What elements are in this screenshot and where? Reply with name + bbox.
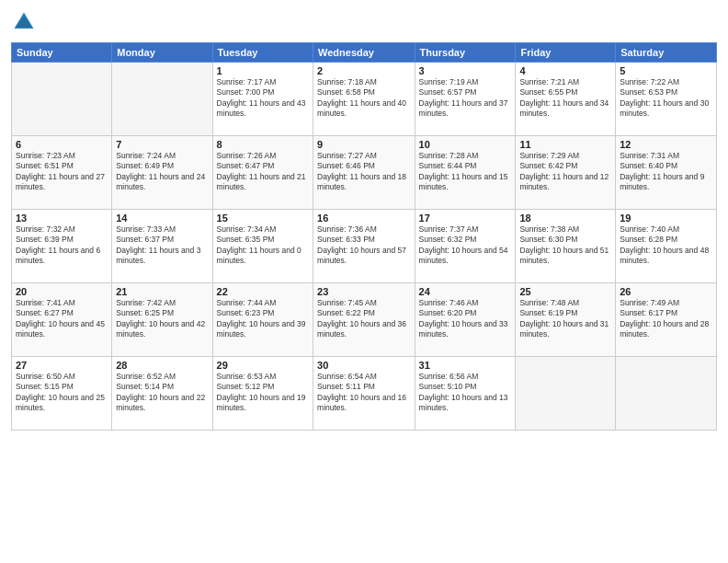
day-number: 21 [116, 286, 208, 297]
day-detail: Sunrise: 7:42 AMSunset: 6:25 PMDaylight:… [116, 298, 208, 340]
weekday-header: Monday [112, 43, 212, 63]
weekday-header: Tuesday [212, 43, 313, 63]
day-number: 16 [317, 213, 411, 224]
header [11, 9, 717, 35]
day-number: 11 [519, 139, 611, 150]
day-number: 30 [317, 360, 411, 371]
logo-icon [11, 9, 37, 35]
day-number: 24 [419, 286, 512, 297]
weekday-header: Wednesday [313, 43, 415, 63]
calendar-cell: 20Sunrise: 7:41 AMSunset: 6:27 PMDayligh… [12, 283, 112, 357]
calendar-table: SundayMondayTuesdayWednesdayThursdayFrid… [11, 42, 717, 431]
calendar-week-row: 1Sunrise: 7:17 AMSunset: 7:00 PMDaylight… [12, 63, 717, 136]
calendar-cell: 6Sunrise: 7:23 AMSunset: 6:51 PMDaylight… [12, 136, 112, 210]
calendar-cell: 13Sunrise: 7:32 AMSunset: 6:39 PMDayligh… [12, 210, 112, 283]
day-number: 2 [317, 65, 411, 76]
day-number: 20 [16, 286, 108, 297]
calendar-cell: 7Sunrise: 7:24 AMSunset: 6:49 PMDaylight… [112, 136, 212, 210]
calendar-cell: 11Sunrise: 7:29 AMSunset: 6:42 PMDayligh… [516, 136, 616, 210]
calendar-cell: 5Sunrise: 7:22 AMSunset: 6:53 PMDaylight… [616, 63, 717, 136]
day-number: 18 [519, 213, 611, 224]
day-number: 27 [16, 360, 108, 371]
day-number: 3 [419, 65, 512, 76]
day-detail: Sunrise: 6:56 AMSunset: 5:10 PMDaylight:… [419, 372, 512, 414]
day-number: 19 [620, 213, 712, 224]
day-number: 6 [16, 139, 108, 150]
day-number: 23 [317, 286, 411, 297]
day-detail: Sunrise: 7:19 AMSunset: 6:57 PMDaylight:… [419, 77, 512, 120]
calendar-cell: 28Sunrise: 6:52 AMSunset: 5:14 PMDayligh… [112, 357, 212, 431]
calendar-cell: 9Sunrise: 7:27 AMSunset: 6:46 PMDaylight… [313, 136, 415, 210]
day-number: 12 [620, 139, 712, 150]
calendar-cell: 21Sunrise: 7:42 AMSunset: 6:25 PMDayligh… [112, 283, 212, 357]
day-detail: Sunrise: 7:31 AMSunset: 6:40 PMDaylight:… [620, 151, 712, 193]
calendar-cell: 25Sunrise: 7:48 AMSunset: 6:19 PMDayligh… [516, 283, 616, 357]
day-detail: Sunrise: 7:18 AMSunset: 6:58 PMDaylight:… [317, 77, 411, 120]
calendar-cell [516, 357, 616, 431]
logo [11, 9, 40, 35]
calendar-cell: 27Sunrise: 6:50 AMSunset: 5:15 PMDayligh… [12, 357, 112, 431]
calendar-cell: 2Sunrise: 7:18 AMSunset: 6:58 PMDaylight… [313, 63, 415, 136]
calendar-cell [12, 63, 112, 136]
day-number: 13 [16, 213, 108, 224]
calendar-week-row: 6Sunrise: 7:23 AMSunset: 6:51 PMDaylight… [12, 136, 717, 210]
day-detail: Sunrise: 7:41 AMSunset: 6:27 PMDaylight:… [16, 298, 108, 340]
calendar-cell: 18Sunrise: 7:38 AMSunset: 6:30 PMDayligh… [516, 210, 616, 283]
day-number: 17 [419, 213, 512, 224]
day-number: 22 [217, 286, 309, 297]
day-detail: Sunrise: 7:29 AMSunset: 6:42 PMDaylight:… [519, 151, 611, 193]
calendar-cell: 10Sunrise: 7:28 AMSunset: 6:44 PMDayligh… [415, 136, 516, 210]
calendar-header-row: SundayMondayTuesdayWednesdayThursdayFrid… [12, 43, 717, 63]
calendar-cell: 8Sunrise: 7:26 AMSunset: 6:47 PMDaylight… [212, 136, 313, 210]
calendar-cell [112, 63, 212, 136]
calendar-cell: 12Sunrise: 7:31 AMSunset: 6:40 PMDayligh… [616, 136, 717, 210]
day-detail: Sunrise: 7:38 AMSunset: 6:30 PMDaylight:… [519, 224, 611, 267]
calendar-cell: 24Sunrise: 7:46 AMSunset: 6:20 PMDayligh… [415, 283, 516, 357]
day-number: 31 [419, 360, 512, 371]
day-number: 29 [217, 360, 309, 371]
page-container: SundayMondayTuesdayWednesdayThursdayFrid… [0, 0, 728, 440]
day-detail: Sunrise: 7:45 AMSunset: 6:22 PMDaylight:… [317, 298, 411, 340]
day-number: 28 [116, 360, 208, 371]
day-number: 5 [620, 65, 712, 76]
day-detail: Sunrise: 7:32 AMSunset: 6:39 PMDaylight:… [16, 224, 108, 267]
day-detail: Sunrise: 6:52 AMSunset: 5:14 PMDaylight:… [116, 372, 208, 414]
calendar-cell: 14Sunrise: 7:33 AMSunset: 6:37 PMDayligh… [112, 210, 212, 283]
weekday-header: Thursday [415, 43, 516, 63]
calendar-cell [616, 357, 717, 431]
day-number: 25 [519, 286, 611, 297]
day-number: 8 [217, 139, 309, 150]
calendar-week-row: 13Sunrise: 7:32 AMSunset: 6:39 PMDayligh… [12, 210, 717, 283]
day-detail: Sunrise: 7:26 AMSunset: 6:47 PMDaylight:… [217, 151, 309, 193]
calendar-cell: 26Sunrise: 7:49 AMSunset: 6:17 PMDayligh… [616, 283, 717, 357]
day-number: 26 [620, 286, 712, 297]
day-detail: Sunrise: 6:50 AMSunset: 5:15 PMDaylight:… [16, 372, 108, 414]
calendar-cell: 3Sunrise: 7:19 AMSunset: 6:57 PMDaylight… [415, 63, 516, 136]
day-detail: Sunrise: 7:24 AMSunset: 6:49 PMDaylight:… [116, 151, 208, 193]
calendar-cell: 19Sunrise: 7:40 AMSunset: 6:28 PMDayligh… [616, 210, 717, 283]
day-detail: Sunrise: 7:36 AMSunset: 6:33 PMDaylight:… [317, 224, 411, 267]
day-detail: Sunrise: 7:28 AMSunset: 6:44 PMDaylight:… [419, 151, 512, 193]
calendar-cell: 4Sunrise: 7:21 AMSunset: 6:55 PMDaylight… [516, 63, 616, 136]
day-detail: Sunrise: 7:48 AMSunset: 6:19 PMDaylight:… [519, 298, 611, 340]
calendar-week-row: 20Sunrise: 7:41 AMSunset: 6:27 PMDayligh… [12, 283, 717, 357]
day-detail: Sunrise: 7:27 AMSunset: 6:46 PMDaylight:… [317, 151, 411, 193]
day-detail: Sunrise: 7:37 AMSunset: 6:32 PMDaylight:… [419, 224, 512, 267]
weekday-header: Saturday [616, 43, 717, 63]
day-detail: Sunrise: 7:33 AMSunset: 6:37 PMDaylight:… [116, 224, 208, 267]
calendar-cell: 16Sunrise: 7:36 AMSunset: 6:33 PMDayligh… [313, 210, 415, 283]
calendar-cell: 17Sunrise: 7:37 AMSunset: 6:32 PMDayligh… [415, 210, 516, 283]
day-number: 14 [116, 213, 208, 224]
calendar-cell: 29Sunrise: 6:53 AMSunset: 5:12 PMDayligh… [212, 357, 313, 431]
day-number: 9 [317, 139, 411, 150]
calendar-cell: 23Sunrise: 7:45 AMSunset: 6:22 PMDayligh… [313, 283, 415, 357]
day-detail: Sunrise: 7:22 AMSunset: 6:53 PMDaylight:… [620, 77, 712, 120]
day-detail: Sunrise: 6:53 AMSunset: 5:12 PMDaylight:… [217, 372, 309, 414]
calendar-cell: 22Sunrise: 7:44 AMSunset: 6:23 PMDayligh… [212, 283, 313, 357]
day-detail: Sunrise: 6:54 AMSunset: 5:11 PMDaylight:… [317, 372, 411, 414]
day-number: 4 [519, 65, 611, 76]
day-number: 15 [217, 213, 309, 224]
day-detail: Sunrise: 7:49 AMSunset: 6:17 PMDaylight:… [620, 298, 712, 340]
calendar-cell: 31Sunrise: 6:56 AMSunset: 5:10 PMDayligh… [415, 357, 516, 431]
weekday-header: Sunday [12, 43, 112, 63]
